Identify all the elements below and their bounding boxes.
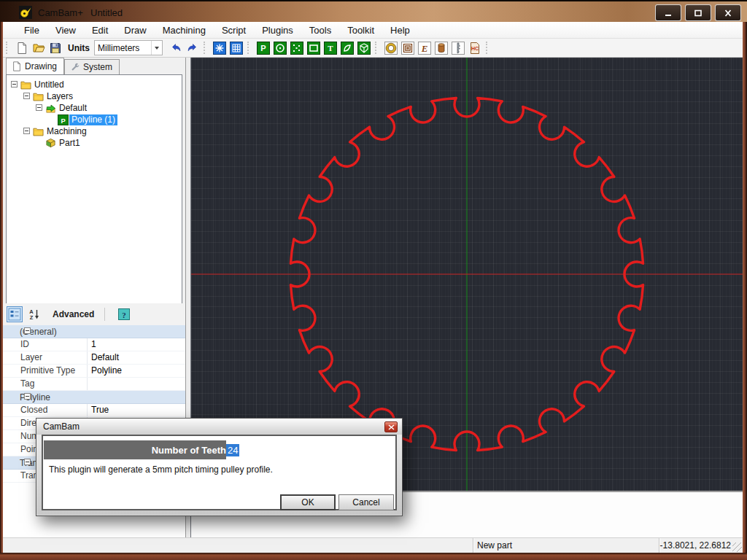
chevron-down-icon xyxy=(151,41,162,55)
undo-button[interactable] xyxy=(168,40,183,55)
alphabetical-sort-button[interactable]: AZ xyxy=(26,306,42,322)
draw-rectangle-button[interactable] xyxy=(306,40,321,55)
dialog-content: Number of Teeth 24 This plugin will gene… xyxy=(42,435,397,510)
property-row-closed[interactable]: ClosedTrue xyxy=(3,404,185,417)
menu-tools[interactable]: Tools xyxy=(301,23,339,38)
app-title: CamBam+ xyxy=(38,7,83,18)
section-expander[interactable] xyxy=(24,393,31,400)
main-toolbar: UnitsMillimetersPTEHC xyxy=(3,39,743,58)
property-row-id[interactable]: ID1 xyxy=(3,338,185,351)
property-value: Polyline xyxy=(88,365,185,377)
units-select[interactable]: Millimeters xyxy=(94,40,163,55)
menu-edit[interactable]: Edit xyxy=(84,23,116,38)
tree-expander[interactable] xyxy=(23,128,30,134)
tree-item-label: Part1 xyxy=(57,138,82,149)
dialog-close-button[interactable] xyxy=(384,421,398,432)
tree-item-machining[interactable]: Machining xyxy=(7,125,182,137)
snap-point-button[interactable] xyxy=(212,40,227,55)
help-button[interactable]: ? xyxy=(116,306,132,322)
maximize-button[interactable] xyxy=(685,4,711,21)
new-file-icon xyxy=(15,42,28,55)
menu-view[interactable]: View xyxy=(47,23,84,38)
gcode-button[interactable]: HC xyxy=(467,40,482,55)
property-row-layer[interactable]: LayerDefault xyxy=(3,351,185,365)
section-expander[interactable] xyxy=(24,459,31,465)
app-screen: CamBam+ Untitled FileViewEditDrawMachini… xyxy=(0,0,747,560)
tree-expander[interactable] xyxy=(36,104,42,111)
draw-surface-button[interactable] xyxy=(356,40,371,55)
menu-file[interactable]: File xyxy=(16,23,47,38)
menubar: FileViewEditDrawMachiningScriptPluginsTo… xyxy=(3,22,743,39)
tree-item-untitled[interactable]: Untitled xyxy=(7,79,182,90)
snap-grid-icon xyxy=(230,42,243,55)
property-row-primitive-type[interactable]: Primitive TypePolyline xyxy=(3,365,185,378)
draw-arc-button[interactable] xyxy=(339,40,355,55)
toolbar-grip xyxy=(375,42,379,54)
folder-icon xyxy=(33,91,44,102)
property-row-tag[interactable]: Tag xyxy=(3,378,185,391)
document-title: Untitled xyxy=(90,7,123,18)
tree-item-label: Untitled xyxy=(32,79,66,90)
menu-draw[interactable]: Draw xyxy=(116,23,154,38)
mop-profile-icon xyxy=(384,42,398,55)
cancel-button[interactable]: Cancel xyxy=(338,494,394,510)
tab-drawing[interactable]: Drawing xyxy=(6,58,64,74)
menu-machining[interactable]: Machining xyxy=(155,23,214,38)
menu-toolkit[interactable]: Toolkit xyxy=(339,23,382,38)
property-value xyxy=(88,378,185,390)
section-expander[interactable] xyxy=(24,327,31,334)
open-file-button[interactable] xyxy=(31,40,46,55)
draw-circle-icon xyxy=(274,42,287,55)
toolbar-grip xyxy=(204,42,207,54)
property-section-general[interactable]: (General) xyxy=(3,325,185,338)
menu-script[interactable]: Script xyxy=(214,23,254,38)
drill-mop-button[interactable] xyxy=(450,40,465,55)
snap-grid-button[interactable] xyxy=(228,40,244,55)
pocket-mop-button[interactable] xyxy=(400,40,415,55)
ok-button[interactable]: OK xyxy=(280,494,336,510)
advanced-button[interactable]: Advanced xyxy=(53,309,94,319)
teeth-field-label: Number of Teeth xyxy=(44,440,226,459)
tree-expander[interactable] xyxy=(11,81,18,88)
new-file-button[interactable] xyxy=(14,40,29,55)
draw-points-icon xyxy=(290,42,303,55)
close-button[interactable] xyxy=(715,4,741,21)
draw-polyline-button[interactable]: P xyxy=(255,40,271,55)
lathe-mop-button[interactable] xyxy=(433,40,449,55)
svg-text:HC: HC xyxy=(471,46,478,51)
draw-surface-icon xyxy=(357,42,371,55)
dialog-titlebar[interactable]: CamBam xyxy=(36,419,402,435)
draw-text-button[interactable]: T xyxy=(322,40,338,55)
draw-circle-button[interactable] xyxy=(272,40,287,55)
tab-system[interactable]: System xyxy=(64,59,120,74)
draw-rectangle-icon xyxy=(307,42,320,55)
save-button[interactable] xyxy=(47,40,63,55)
tree-item-default[interactable]: Default xyxy=(7,102,182,114)
menu-help[interactable]: Help xyxy=(382,23,418,38)
open-folder-icon xyxy=(32,42,45,55)
tree-item-polyline-1-[interactable]: PPolyline (1) xyxy=(7,114,182,125)
titlebar[interactable]: CamBam+ Untitled xyxy=(0,0,747,22)
window-frame-bottom xyxy=(0,553,747,560)
profile-mop-button[interactable] xyxy=(383,40,398,55)
tree-expander[interactable] xyxy=(23,93,30,99)
draw-points-button[interactable] xyxy=(289,40,304,55)
redo-button[interactable] xyxy=(185,40,200,55)
minimize-button[interactable] xyxy=(655,4,681,21)
resize-grip[interactable] xyxy=(732,542,742,552)
property-label: Tag xyxy=(3,378,88,390)
categorized-view-button[interactable] xyxy=(7,306,23,322)
status-left xyxy=(3,538,473,553)
tree-item-layers[interactable]: Layers xyxy=(7,90,182,102)
property-label: Primitive Type xyxy=(3,365,88,377)
draw-arc-icon xyxy=(341,42,354,55)
menu-plugins[interactable]: Plugins xyxy=(254,23,301,38)
property-section-polyline[interactable]: Polyline xyxy=(3,391,185,404)
tree-item-part1[interactable]: Part1 xyxy=(7,137,182,149)
svg-text:T: T xyxy=(328,44,333,52)
property-label: Layer xyxy=(3,351,88,364)
polyline-icon: P xyxy=(58,114,69,125)
engrave-mop-button[interactable]: E xyxy=(417,40,432,55)
window-frame-right xyxy=(743,22,747,560)
teeth-input[interactable]: 24 xyxy=(226,440,395,459)
